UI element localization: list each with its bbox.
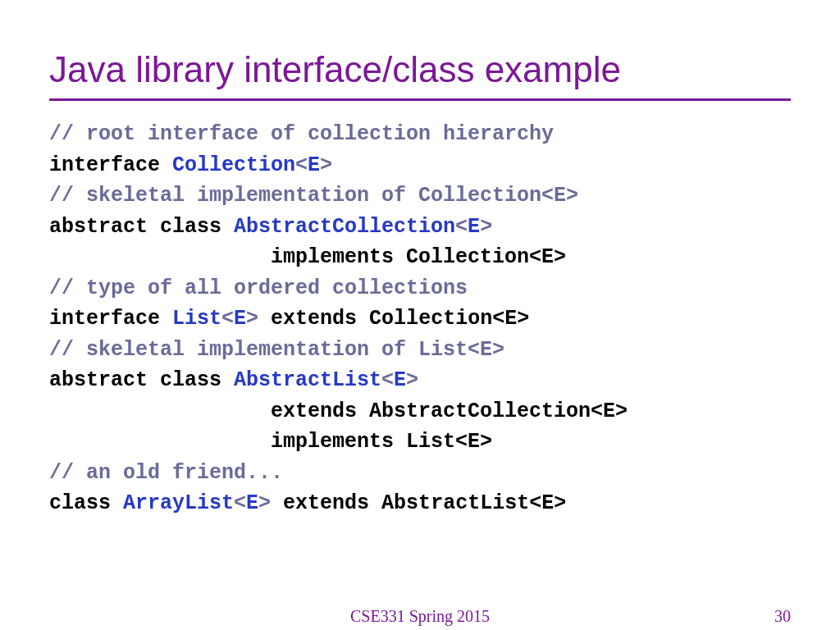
slide-title: Java library interface/class example	[49, 49, 791, 90]
code-block: // root interface of collection hierarch…	[49, 119, 791, 519]
footer-page: 30	[774, 607, 791, 626]
slide: Java library interface/class example // …	[0, 0, 840, 630]
title-rule	[49, 98, 791, 101]
footer-course: CSE331 Spring 2015	[0, 607, 840, 626]
